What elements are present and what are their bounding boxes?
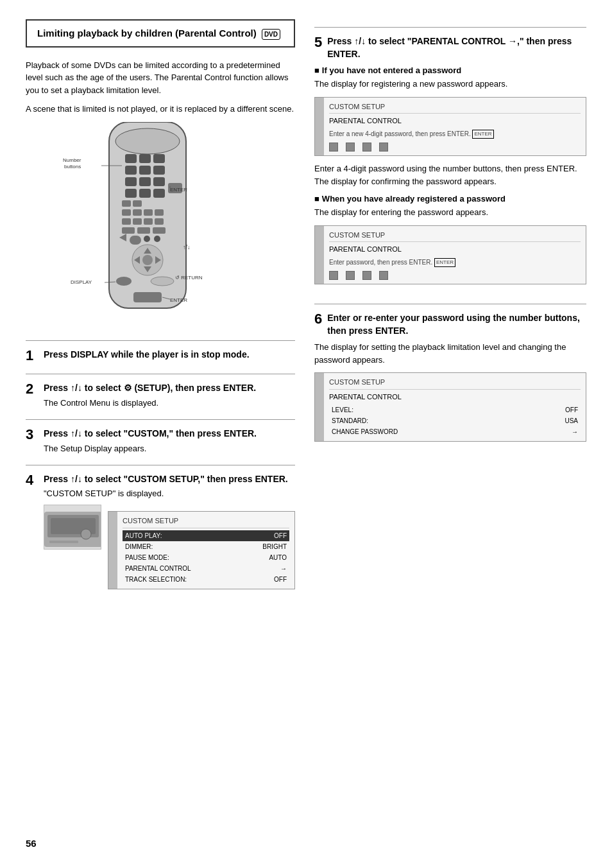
row-label: STANDARD:	[329, 415, 529, 426]
dvd-player-svg	[44, 505, 101, 550]
svg-rect-40	[133, 292, 162, 302]
table-row: STANDARD:USA	[329, 415, 581, 426]
step-1-number: 1	[26, 349, 38, 363]
section-registered-heading: When you have already registered a passw…	[314, 194, 586, 204]
step-5: 5 Press ↑/↓ to select "PARENTAL CONTROL …	[314, 35, 586, 291]
left-column: Limiting playback by children (Parental …	[26, 19, 295, 825]
page-number: 56	[26, 838, 586, 849]
step-5-screen-2: CUSTOM SETUP PARENTAL CONTROL Enter pass…	[314, 225, 586, 284]
svg-rect-11	[125, 189, 137, 198]
row-label: DIMMER:	[123, 541, 241, 552]
svg-rect-24	[155, 218, 164, 225]
screen-table: AUTO PLAY:OFFDIMMER:BRIGHTPAUSE MODE:AUT…	[123, 530, 289, 585]
row-label: TRACK SELECTION:	[123, 574, 241, 585]
step-6-table: LEVEL:OFFSTANDARD:USACHANGE PASSWORD→	[329, 404, 581, 437]
page: Limiting playback by children (Parental …	[0, 0, 612, 868]
table-row: PAUSE MODE:AUTO	[123, 552, 289, 563]
step-6-body: The display for setting the playback lim…	[314, 341, 586, 366]
enter-key-icon-2: ENTER	[434, 258, 455, 267]
dot-3	[362, 143, 371, 152]
svg-rect-17	[122, 209, 131, 216]
remote-svg: ↑/↓ Number buttons ENTER DISPLAY ↺ RETUR…	[58, 122, 237, 321]
svg-rect-3	[139, 154, 151, 163]
table-row: DIMMER:BRIGHT	[123, 541, 289, 552]
row-label: AUTO PLAY:	[123, 530, 241, 541]
step-3-title: Press ↑/↓ to select "CUSTOM," then press…	[44, 428, 295, 440]
svg-text:buttons: buttons	[64, 164, 81, 169]
table-row: LEVEL:OFF	[329, 404, 581, 415]
svg-text:Number: Number	[63, 157, 81, 163]
row-value: AUTO	[241, 552, 289, 563]
row-label: PARENTAL CONTROL	[123, 563, 241, 574]
svg-rect-16	[133, 200, 142, 207]
svg-rect-12	[139, 189, 151, 198]
svg-rect-5	[125, 166, 137, 175]
step-2-body: The Control Menu is displayed.	[44, 397, 295, 409]
divider-3	[26, 419, 295, 420]
svg-rect-2	[125, 154, 137, 163]
svg-rect-27	[153, 227, 166, 234]
step-4-display-area: CUSTOM SETUP AUTO PLAY:OFFDIMMER:BRIGHTP…	[44, 505, 295, 596]
s5a-subtitle: PARENTAL CONTROL	[329, 116, 581, 126]
svg-text:ENTER: ENTER	[170, 297, 187, 303]
svg-point-37	[142, 255, 153, 265]
table-row: TRACK SELECTION:OFF	[123, 574, 289, 585]
row-value: OFF	[241, 574, 289, 585]
right-divider-mid	[314, 304, 586, 304]
dot-1	[329, 143, 338, 152]
right-divider-top	[314, 27, 586, 28]
step-6-title: Enter or re-enter your password using th…	[314, 312, 586, 337]
row-value: →	[241, 563, 289, 574]
dvd-badge: DVD	[262, 29, 280, 40]
step-5-screen-1: CUSTOM SETUP PARENTAL CONTROL Enter a ne…	[314, 97, 586, 156]
s5b-subtitle: PARENTAL CONTROL	[329, 244, 581, 255]
svg-rect-25	[122, 227, 135, 234]
svg-text:↑/↓: ↑/↓	[183, 244, 191, 250]
svg-text:↺ RETURN: ↺ RETURN	[175, 275, 203, 281]
dot-4	[379, 143, 388, 152]
page-title: Limiting playback by children (Parental …	[37, 27, 284, 40]
row-label: LEVEL:	[329, 404, 529, 415]
svg-rect-56	[49, 541, 78, 543]
step-3: 3 Press ↑/↓ to select "CUSTOM," then pre…	[26, 428, 295, 455]
password-dots-2	[329, 271, 581, 280]
step-4-number: 4	[26, 473, 38, 487]
svg-rect-15	[122, 200, 131, 207]
title-text: Limiting playback by children (Parental …	[37, 28, 257, 39]
step-1-title: Press DISPLAY while the player is in sto…	[44, 349, 295, 361]
step-5-body2: Enter a 4-digit password using the numbe…	[314, 162, 586, 187]
dot-7	[362, 271, 371, 280]
remote-illustration: ↑/↓ Number buttons ENTER DISPLAY ↺ RETUR…	[58, 122, 263, 327]
row-value: BRIGHT	[241, 541, 289, 552]
section-registered-body: The display for entering the password ap…	[314, 206, 586, 219]
step-6-number: 6	[314, 312, 322, 326]
row-label: PAUSE MODE:	[123, 552, 241, 563]
step-2: 2 Press ↑/↓ to select ⚙ (SETUP), then pr…	[26, 382, 295, 409]
section-not-entered-body: The display for registering a new passwo…	[314, 78, 586, 91]
row-label: CHANGE PASSWORD	[329, 426, 529, 437]
svg-rect-18	[133, 209, 142, 216]
svg-rect-22	[133, 218, 142, 225]
svg-rect-26	[137, 227, 150, 234]
dvd-player-image	[44, 505, 101, 550]
table-row: AUTO PLAY:OFF	[123, 530, 289, 541]
step-3-body: The Setup Display appears.	[44, 443, 295, 455]
step-4-screen: CUSTOM SETUP AUTO PLAY:OFFDIMMER:BRIGHTP…	[108, 511, 295, 589]
table-row: CHANGE PASSWORD→	[329, 426, 581, 437]
header-box: Limiting playback by children (Parental …	[26, 19, 295, 48]
step-4-title: Press ↑/↓ to select "CUSTOM SETUP," then…	[44, 473, 295, 486]
s6-subtitle: PARENTAL CONTROL	[329, 392, 581, 403]
step-5-title: Press ↑/↓ to select "PARENTAL CONTROL →,…	[314, 35, 586, 60]
s5a-title: CUSTOM SETUP	[329, 101, 581, 114]
svg-rect-10	[153, 177, 165, 186]
svg-rect-6	[139, 166, 151, 175]
svg-rect-21	[122, 218, 131, 225]
divider-4	[26, 465, 295, 465]
row-value: USA	[529, 415, 581, 426]
svg-rect-13	[153, 189, 165, 198]
row-value: →	[529, 426, 581, 437]
step-1: 1 Press DISPLAY while the player is in s…	[26, 349, 295, 364]
dot-5	[329, 271, 338, 280]
screen-sidebar	[108, 512, 117, 589]
svg-point-1	[115, 128, 180, 154]
